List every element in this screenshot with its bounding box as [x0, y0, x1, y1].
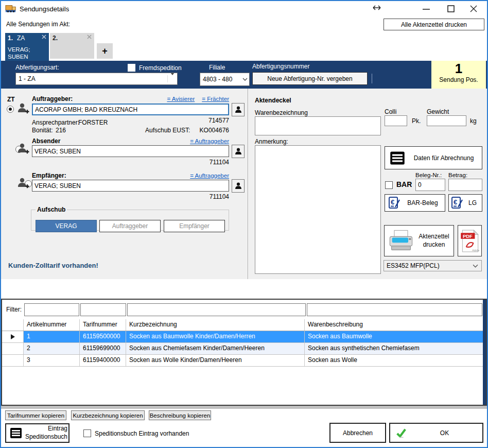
- daten-abrechnung-button[interactable]: Daten für Abrechnung: [385, 146, 482, 169]
- add-person-icon[interactable]: [17, 102, 29, 114]
- add-shipment-tab-button[interactable]: +: [97, 43, 113, 59]
- cell-kurzbezeichnung[interactable]: Socken aus Chemiefasem Kinder/Damen/Heer…: [126, 343, 305, 354]
- filter-warenbeschreibung-input[interactable]: [307, 303, 482, 316]
- cell-tarifnummer[interactable]: 61159400000: [80, 355, 126, 366]
- filiale-select[interactable]: 4803 - 480: [200, 73, 250, 86]
- abfertigungsart-select[interactable]: 1 - ZA: [15, 73, 178, 85]
- table-row[interactable]: 3 61159400000 Socken aus Wolle Kinder/Da…: [2, 355, 483, 367]
- filter-tarifnummer-input[interactable]: [80, 303, 126, 316]
- betrag-input[interactable]: [448, 179, 482, 191]
- close-tab1-icon[interactable]: [42, 35, 46, 39]
- cell-kurzbezeichnung[interactable]: Socken aus Wolle Kinder/Damen/Heeren: [126, 355, 305, 366]
- absender-input[interactable]: [32, 145, 229, 157]
- beleg-nr-label: Beleg-Nr.:: [415, 172, 442, 178]
- fraechter-link[interactable]: = Frächter: [202, 96, 229, 102]
- add-person-icon[interactable]: [17, 177, 29, 189]
- auftraggeber-label: Auftraggeber:: [32, 95, 73, 102]
- speditionsbuch-checkbox-label: Speditionsbuch Eintrag vorhanden: [95, 430, 189, 437]
- cell-tarifnummer[interactable]: 61159699000: [80, 343, 126, 354]
- aktendeckel-panel: Aktendeckel Warenbezeichnung Colli Pk. G…: [249, 89, 487, 279]
- print-all-aktenzettel-button[interactable]: Alle Aktenzettel drucken: [384, 19, 484, 30]
- col-artikelnummer[interactable]: Artikelnummer: [24, 319, 80, 331]
- absender-auftraggeber-link[interactable]: = Auftraggeber: [190, 138, 229, 144]
- close-icon[interactable]: [469, 5, 478, 13]
- cell-artikelnummer[interactable]: 1: [24, 331, 80, 342]
- cell-warenbeschreibung[interactable]: Socken aus synthetischen Chemiefasem: [305, 343, 483, 354]
- lg-button[interactable]: € LG: [448, 194, 482, 212]
- colli-label: Colli: [385, 108, 396, 115]
- svg-text:€: €: [391, 198, 394, 206]
- auftraggeber-input[interactable]: [32, 104, 229, 115]
- copy-tarifnummer-button[interactable]: Tarifnummer kopieren: [5, 410, 66, 420]
- betrag-label: Betrag:: [448, 172, 467, 178]
- tab1-type: ZA: [17, 35, 25, 42]
- speditionsbuch-checkbox[interactable]: [83, 429, 91, 437]
- filter-artikelnummer-input[interactable]: [24, 303, 79, 316]
- pdf-button[interactable]: PDF Adobe: [458, 225, 482, 256]
- fremdspedition-checkbox[interactable]: [128, 64, 135, 72]
- cell-tarifnummer[interactable]: 61159500000: [80, 331, 126, 342]
- table-row[interactable]: 1 61159500000 Socken aus Baumwolle Kinde…: [2, 331, 483, 343]
- copy-beschreibung-button[interactable]: Beschreibung kopieren: [149, 410, 211, 420]
- sendung-pos-box: 1 Sendung Pos.: [431, 61, 486, 89]
- avisierer-link[interactable]: = Avisierer: [167, 96, 195, 102]
- warenbezeichnung-input[interactable]: [255, 116, 381, 135]
- absender-label: Absender: [32, 137, 60, 145]
- daten-abrechnung-label: Daten für Abrechnung: [406, 154, 482, 162]
- empfaenger-input[interactable]: [32, 180, 229, 192]
- cell-warenbeschreibung[interactable]: Socken aus Baumwolle: [305, 331, 483, 342]
- cell-kurzbezeichnung[interactable]: Socken aus Baumwolle Kinder/Damen/Herren: [126, 331, 305, 342]
- absender-header: Absender = Auftraggeber: [32, 137, 229, 145]
- auftraggeber-person-button[interactable]: [232, 103, 245, 116]
- colli-input[interactable]: [385, 115, 407, 126]
- printer-select[interactable]: ES3452 MFP(PCL): [384, 260, 482, 271]
- abbrechen-button[interactable]: Abbrechen: [329, 423, 386, 443]
- copy-kurzbezeichnung-button[interactable]: Kurzbezeichnung kopieren: [71, 410, 145, 420]
- aufschub-empfaenger-button[interactable]: Empfänger: [164, 220, 225, 232]
- bar-checkbox[interactable]: [385, 181, 393, 189]
- table-row[interactable]: 2 61159699000 Socken aus Chemiefasem Kin…: [2, 343, 483, 355]
- anmerkung-textarea[interactable]: [255, 145, 381, 274]
- gewicht-input[interactable]: [427, 115, 466, 126]
- absender-person-button[interactable]: [232, 145, 245, 158]
- positions-grid: Artikelnummer Tarifnummer Kurzbezeichnun…: [2, 319, 483, 367]
- eintrag-speditionsbuch-button[interactable]: Eintrag Speditionsbuch: [5, 423, 69, 443]
- resize-icon[interactable]: [372, 5, 382, 11]
- zt-radio-auftraggeber[interactable]: [7, 106, 14, 113]
- empfaenger-auftraggeber-link[interactable]: = Auftraggeber: [190, 173, 229, 179]
- filter-kurzbezeichnung-input[interactable]: [127, 303, 306, 316]
- minimize-icon[interactable]: [422, 8, 430, 10]
- aufschub-verag-button[interactable]: VERAG: [36, 220, 97, 232]
- cell-warenbeschreibung[interactable]: Socken aus Wolle: [305, 355, 483, 366]
- add-person-icon[interactable]: [17, 142, 29, 154]
- aufschub-auftraggeber-button[interactable]: Auftraggeber: [99, 220, 161, 232]
- row-indicator-header: [2, 319, 24, 331]
- tab-shipment-1[interactable]: 1. ZA VERAG; SUBEN: [5, 33, 49, 61]
- filter-label: Filter:: [6, 306, 22, 313]
- chevron-down-icon: [167, 75, 177, 82]
- bonitaet-label: Bonität:: [32, 127, 53, 134]
- bar-label: BAR: [396, 180, 412, 188]
- tab-shipment-2[interactable]: 2.: [50, 33, 94, 59]
- ok-button[interactable]: OK: [389, 423, 483, 443]
- bar-beleg-button[interactable]: € BAR-Beleg: [385, 194, 445, 212]
- col-warenbeschreibung[interactable]: Warenbeschreibung: [305, 319, 483, 331]
- cell-artikelnummer[interactable]: 2: [24, 343, 80, 354]
- close-tab2-icon[interactable]: [87, 35, 92, 39]
- col-kurzbezeichnung[interactable]: Kurzbezeichnung: [126, 319, 305, 331]
- aktenzettel-drucken-button[interactable]: Aktenzettel drucken: [384, 225, 454, 256]
- aktenzettel-label: Aktenzettel drucken: [414, 233, 454, 249]
- tab2-number: 2.: [53, 35, 58, 42]
- table-scrollbar[interactable]: [483, 300, 486, 405]
- neue-abfertigung-button[interactable]: Neue Abfertigung-Nr. vergeben: [252, 72, 368, 85]
- tab1-number: 1.: [8, 35, 13, 42]
- cell-artikelnummer[interactable]: 3: [24, 355, 80, 366]
- ansprechpartner-value: FORSTER: [78, 119, 108, 126]
- maximize-icon[interactable]: [447, 5, 455, 13]
- beleg-nr-input[interactable]: [415, 179, 445, 191]
- col-tarifnummer[interactable]: Tarifnummer: [80, 319, 126, 331]
- empfaenger-person-button[interactable]: [232, 179, 245, 193]
- eintrag-label: Eintrag Speditionsbuch: [23, 425, 68, 441]
- printer-icon: [388, 230, 414, 252]
- anmerkung-label: Anmerkung:: [255, 138, 288, 145]
